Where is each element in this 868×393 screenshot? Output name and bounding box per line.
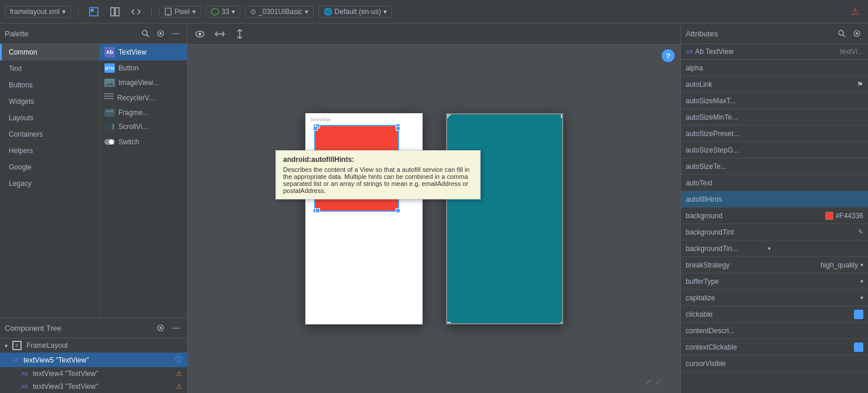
tree-node-textview4[interactable]: Ab textView4 "TextView" ⚠ — [0, 367, 187, 380]
toolbar-sep-1 — [78, 6, 79, 18]
palette-content: Common Text Buttons Widgets Layouts — [0, 44, 187, 317]
theme-chevron: ▾ — [305, 8, 308, 16]
device-selector[interactable]: Pixel ▾ — [159, 6, 201, 18]
attribute-component-label: Ab Ab TextView textVi... — [681, 44, 868, 60]
category-google[interactable]: Google — [0, 159, 99, 175]
attributes-settings-button[interactable] — [850, 27, 863, 40]
split-mode-icon[interactable] — [107, 4, 123, 20]
palette-item-textview[interactable]: Ab TextView — [100, 44, 187, 60]
attr-row-autosizemaxT[interactable]: autoSizeMaxT... — [681, 93, 868, 109]
palette-item-button[interactable]: BTN Button — [100, 60, 187, 76]
category-buttons[interactable]: Buttons — [0, 77, 99, 93]
clickable-blue-box — [854, 310, 863, 319]
error-indicator[interactable]: ⚠ — [847, 4, 863, 20]
attr-row-buffertype[interactable]: bufferType ▾ — [681, 273, 868, 290]
svg-point-27 — [839, 31, 843, 35]
tree-node-textview3[interactable]: Ab textView3 "TextView" ⚠ — [0, 380, 187, 393]
component-tree-settings-button[interactable] — [154, 321, 167, 334]
attr-row-autosizestep[interactable]: autoSizeStepG... — [681, 142, 868, 158]
svg-point-24 — [199, 32, 202, 35]
api-selector[interactable]: 33 ▾ — [206, 6, 240, 18]
attr-name-autotext: autoText — [686, 179, 863, 187]
canvas-arrows-h-button[interactable] — [212, 26, 227, 42]
attr-row-cursorvisible[interactable]: cursorVisible — [681, 355, 868, 372]
attr-name-cursorvisible: cursorVisible — [686, 360, 863, 368]
palette-item-switch[interactable]: Switch — [100, 134, 187, 150]
palette-item-fragment[interactable]: Fragme... — [100, 106, 187, 120]
tree-node-textview5[interactable]: Ab textView5 "TextView" ⓘ — [0, 353, 187, 367]
attributes-search-button[interactable] — [835, 27, 848, 40]
design-mode-icon[interactable] — [86, 4, 102, 20]
component-tree-collapse-button[interactable]: — — [169, 321, 182, 334]
theme-label: _0301UIBasic — [258, 8, 302, 16]
category-legacy[interactable]: Legacy — [0, 175, 99, 192]
attr-row-autofillhints[interactable]: autofillHints — [681, 191, 868, 208]
code-mode-icon[interactable] — [128, 4, 144, 20]
category-text[interactable]: Text — [0, 60, 99, 77]
textview-icon: Ab — [104, 47, 115, 57]
attr-value-breakstrategy: high_quality ▾ — [821, 261, 863, 269]
theme-selector[interactable]: ⊙ _0301UIBasic ▾ — [245, 6, 314, 18]
palette-collapse-button[interactable]: — — [169, 27, 182, 40]
imageview-icon — [104, 79, 115, 87]
handle-bc — [315, 208, 320, 213]
attr-row-breakstrategy[interactable]: breakStrategy high_quality ▾ — [681, 257, 868, 273]
attr-row-alpha[interactable]: alpha — [681, 60, 868, 76]
category-common[interactable]: Common — [0, 44, 99, 60]
attr-row-autosizepreset[interactable]: autoSizePreset... — [681, 126, 868, 142]
canvas-help-button[interactable]: ? — [662, 49, 675, 62]
canvas-area: textView and — [188, 23, 680, 393]
tree-node-framelayout[interactable]: ▾ F FrameLayout — [0, 338, 187, 353]
attr-row-autosizetext[interactable]: autoSizeTe... — [681, 158, 868, 175]
background-color-value: #F44336 — [836, 212, 863, 220]
file-chevron-icon: ▾ — [62, 8, 66, 16]
teal-handle-tr — [561, 113, 563, 116]
attr-row-contextclickable[interactable]: contextClickable — [681, 339, 868, 355]
file-selector[interactable]: framelayout.xml ▾ — [5, 6, 71, 18]
attr-row-autosizeminT[interactable]: autoSizeMinTe... — [681, 109, 868, 126]
attr-name-autolink: autoLink — [686, 80, 857, 89]
attr-name-background: background — [686, 212, 825, 220]
attr-value-backgroundtinT: ▾ — [768, 245, 771, 252]
svg-rect-2 — [111, 8, 114, 16]
canvas-eye-button[interactable] — [192, 26, 207, 42]
attr-value-background: #F44336 — [825, 212, 863, 220]
palette-settings-button[interactable] — [154, 27, 167, 40]
svg-rect-20 — [113, 125, 114, 127]
attr-row-autolink[interactable]: autoLink ⚑ — [681, 76, 868, 93]
attr-row-capitalize[interactable]: capitalize ▾ — [681, 290, 868, 306]
canvas-arrows-v-button[interactable] — [232, 26, 247, 42]
category-widgets[interactable]: Widgets — [0, 93, 99, 110]
category-helpers[interactable]: Helpers — [0, 143, 99, 159]
attr-value-backgroundtint: ✎ — [858, 228, 863, 236]
handle-rc — [396, 126, 400, 131]
device-label: Pixel — [175, 8, 190, 16]
palette-item-scrollview[interactable]: ScrollVi... — [100, 120, 187, 134]
attributes-panel: Attributes Ab Ab TextView textVi... alph… — [680, 23, 868, 393]
buffertype-arrow-icon: ▾ — [860, 278, 863, 284]
textview4-ab-icon: Ab — [21, 371, 28, 377]
attributes-header: Attributes — [681, 23, 868, 44]
category-layouts[interactable]: Layouts — [0, 110, 99, 126]
palette-search-button[interactable] — [139, 27, 152, 40]
textview5-info-icon: ⓘ — [175, 355, 182, 365]
attr-row-autotext[interactable]: autoText — [681, 175, 868, 191]
palette-item-imageview[interactable]: ImageView... — [100, 76, 187, 90]
recyclerview-icon — [104, 93, 114, 103]
button-icon: BTN — [104, 63, 115, 73]
attr-name-buffertype: bufferType — [686, 277, 860, 286]
attr-row-backgroundtint[interactable]: backgroundTint ✎ — [681, 224, 868, 240]
attr-row-backgroundtinT[interactable]: backgroundTin... ▾ — [681, 240, 868, 257]
attr-row-clickable[interactable]: clickable — [681, 306, 868, 323]
attr-row-contentdescri[interactable]: contentDescri... — [681, 323, 868, 339]
palette-items: Ab TextView BTN Button ImageView... — [100, 44, 187, 317]
capitalize-arrow-icon: ▾ — [860, 294, 863, 301]
device-frame-right: textView — [446, 113, 563, 324]
palette-item-recyclerview[interactable]: RecyclerV... — [100, 90, 187, 106]
backgroundtint-pencil-icon: ✎ — [858, 228, 863, 236]
locale-selector[interactable]: 🌐 Default (en-us) ▾ — [318, 6, 392, 18]
content-area: Palette — Common Text — [0, 23, 868, 393]
attr-row-background[interactable]: background #F44336 — [681, 208, 868, 224]
teal-inner — [446, 113, 563, 324]
category-containers[interactable]: Containers — [0, 126, 99, 143]
